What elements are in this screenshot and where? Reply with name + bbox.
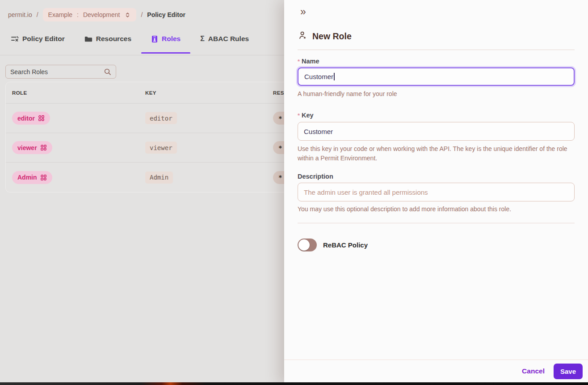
tab-label: ABAC Rules — [208, 35, 249, 43]
grid-shapes-icon — [40, 144, 47, 151]
key-label: * Key — [298, 112, 575, 119]
role-key: editor — [145, 112, 177, 124]
id-badge-icon — [151, 35, 158, 43]
description-placeholder: The admin user is granted all permission… — [304, 188, 428, 196]
role-key: Admin — [145, 172, 173, 184]
tab-abac-rules[interactable]: Σ ABAC Rules — [200, 35, 249, 53]
breadcrumb-separator: / — [141, 11, 143, 18]
name-helper-text: A human-friendly name for your role — [298, 89, 575, 99]
key-input-value: Customer — [304, 128, 333, 135]
description-label: Description — [298, 173, 575, 180]
tab-resources[interactable]: Resources — [84, 35, 131, 53]
cancel-button[interactable]: Cancel — [522, 367, 545, 375]
key-field-group: * Key Customer Use this key in your code… — [298, 112, 575, 163]
environment-name: Development — [83, 11, 120, 18]
description-field-group: Description The admin user is granted al… — [298, 173, 575, 214]
role-name: Admin — [17, 174, 37, 181]
chevron-updown-icon — [124, 12, 131, 18]
role-key: viewer — [145, 142, 177, 154]
breadcrumb-page: Policy Editor — [147, 11, 185, 18]
tab-label: Roles — [162, 35, 181, 43]
tab-roles[interactable]: Roles — [151, 35, 181, 53]
column-header-role: ROLE — [6, 90, 139, 96]
search-roles-input[interactable]: Search Roles — [5, 65, 116, 79]
search-placeholder: Search Roles — [10, 68, 48, 75]
drawer-title: New Role — [312, 31, 352, 42]
role-name: editor — [17, 115, 35, 122]
role-name: viewer — [17, 144, 37, 151]
breadcrumb-brand[interactable]: permit.io — [8, 11, 32, 18]
bottom-window-edge — [0, 382, 588, 385]
tab-label: Policy Editor — [22, 35, 65, 43]
grid-shapes-icon — [38, 115, 45, 121]
name-input[interactable]: Customer — [298, 67, 575, 86]
collapse-drawer-icon[interactable]: » — [300, 6, 312, 17]
divider — [298, 223, 575, 223]
drawer-footer: Cancel Save — [284, 360, 588, 382]
user-star-icon — [298, 30, 308, 42]
new-role-drawer: » New Role * Name Customer A human-frien… — [284, 0, 588, 385]
environment-selector[interactable]: Example : Development — [43, 8, 137, 21]
grid-shapes-icon — [40, 174, 47, 181]
key-input[interactable]: Customer — [298, 122, 575, 141]
column-header-key: KEY — [139, 90, 267, 96]
rebac-policy-toggle[interactable] — [298, 239, 317, 251]
search-icon[interactable] — [104, 68, 111, 75]
toggle-knob — [298, 239, 310, 251]
divider — [298, 50, 575, 50]
project-name: Example — [48, 11, 72, 18]
policy-editor-icon — [11, 35, 19, 42]
tab-label: Resources — [96, 35, 131, 43]
name-input-value: Customer — [304, 73, 333, 80]
tab-policy-editor[interactable]: Policy Editor — [11, 35, 65, 53]
role-badge[interactable]: editor — [12, 112, 50, 125]
description-input[interactable]: The admin user is granted all permission… — [298, 183, 575, 201]
save-button[interactable]: Save — [554, 364, 583, 379]
text-caret — [334, 73, 335, 80]
description-helper-text: You may use this optional description to… — [298, 205, 575, 214]
role-badge[interactable]: Admin — [12, 171, 52, 184]
rebac-policy-label: ReBAC Policy — [323, 241, 368, 249]
breadcrumb-separator: / — [37, 11, 38, 18]
folder-icon — [84, 36, 92, 42]
key-helper-text: Use this key in your code or when workin… — [298, 144, 575, 163]
drawer-header: New Role — [298, 30, 575, 42]
project-env-separator: : — [77, 11, 79, 18]
name-label: * Name — [298, 58, 575, 65]
role-badge[interactable]: viewer — [12, 141, 52, 154]
rebac-toggle-row: ReBAC Policy — [298, 239, 575, 251]
required-marker: * — [298, 58, 300, 65]
sigma-icon: Σ — [200, 35, 205, 43]
required-marker: * — [298, 112, 300, 119]
name-field-group: * Name Customer A human-friendly name fo… — [298, 58, 575, 99]
